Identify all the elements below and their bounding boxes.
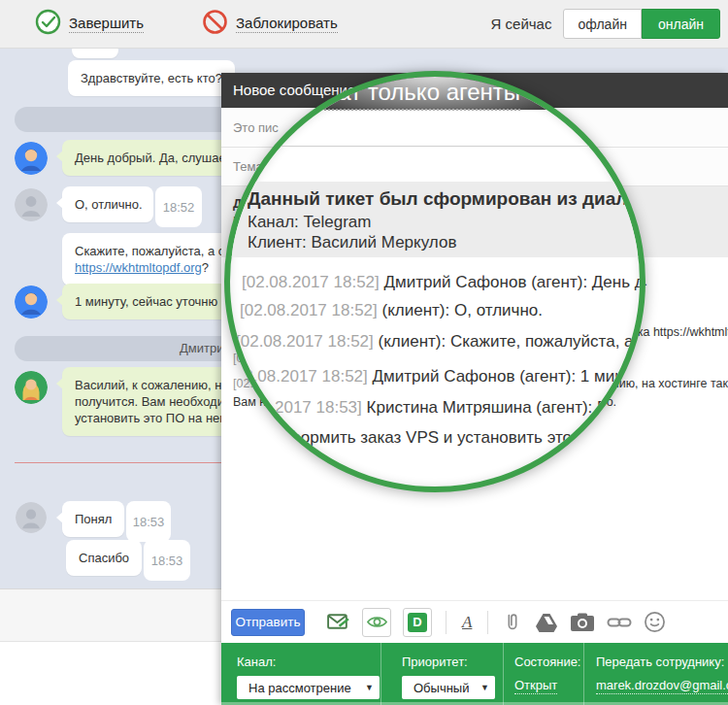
online-status-toggle: офлайн онлайн bbox=[563, 9, 720, 39]
lens-ticket-info-box: Данный тикет был сформирован из диалога … bbox=[224, 182, 645, 257]
message-text: ? bbox=[202, 260, 209, 275]
magnifier-overlay: олучат только агенты Данный тикет был сф… bbox=[224, 71, 645, 492]
assign-employee-link[interactable]: marek.drozdov@gmail.com bbox=[596, 678, 728, 694]
online-button[interactable]: онлайн bbox=[642, 9, 720, 39]
chat-message-agent: 1 минуту, сейчас уточню bbox=[62, 284, 235, 319]
unread-separator-line bbox=[15, 462, 222, 463]
chat-divider bbox=[15, 107, 238, 132]
google-drive-button[interactable] bbox=[535, 612, 558, 633]
message-text: Василий, к сожалению, не bbox=[75, 378, 229, 392]
state-link[interactable]: Открыт bbox=[514, 678, 557, 694]
finish-label: Завершить bbox=[69, 15, 144, 33]
lens-log-line: [02.08.2017 18:52] Дмитрий Сафонов (аген… bbox=[230, 367, 645, 386]
message-text: О, отлично. bbox=[75, 197, 143, 212]
block-user-button[interactable]: Заблокировать bbox=[202, 9, 338, 39]
agent2-avatar-icon bbox=[15, 371, 48, 404]
dump-icon: D bbox=[408, 613, 427, 632]
block-icon bbox=[202, 9, 228, 39]
client-avatar-icon bbox=[16, 502, 47, 533]
top-toolbar: Завершить Заблокировать Я сейчас офлайн … bbox=[0, 0, 728, 49]
chevron-down-icon: ▼ bbox=[480, 683, 489, 692]
dump-toggle[interactable]: D bbox=[403, 608, 432, 637]
send-button[interactable]: Отправить bbox=[231, 609, 305, 636]
chat-message-client: Спасибо bbox=[66, 540, 142, 576]
chat-message-client: Понял bbox=[62, 501, 124, 537]
assign-label: Передать сотруднику: bbox=[596, 655, 724, 669]
channel-select[interactable]: На рассмотрение ▼ bbox=[237, 676, 380, 699]
attach-file-button[interactable] bbox=[502, 612, 523, 633]
status-label: Я сейчас bbox=[491, 16, 552, 32]
footer-separator bbox=[583, 643, 584, 705]
offline-button[interactable]: офлайн bbox=[563, 9, 642, 39]
lens-log-line: [02.08.2017 18:53] Кристина Митряшина (а… bbox=[224, 398, 645, 418]
lens-row-border bbox=[224, 146, 645, 147]
emoji-button[interactable] bbox=[644, 611, 666, 633]
footer-separator bbox=[381, 643, 381, 705]
message-time: 18:53 bbox=[144, 540, 190, 581]
message-text: Спасибо bbox=[79, 551, 129, 565]
agent-avatar-icon bbox=[15, 285, 48, 319]
message-text: 1 минуту, сейчас уточню bbox=[75, 294, 217, 309]
ticket-properties-bar: Канал: На рассмотрение ▼ Приоритет: Обыч… bbox=[221, 643, 728, 705]
agent-avatar-icon bbox=[15, 142, 48, 175]
preview-eye-toggle[interactable] bbox=[362, 608, 391, 637]
font-format-button[interactable]: A bbox=[462, 613, 472, 632]
app-screen: Здравствуйте, есть кто? День добрый. Да,… bbox=[0, 0, 728, 705]
block-label: Заблокировать bbox=[236, 15, 338, 33]
mail-notify-icon[interactable] bbox=[326, 610, 350, 634]
message-text: Скажите, пожалуйста, а с bbox=[75, 244, 224, 258]
chat-message-client: Скажите, пожалуйста, а с https://wkhtmlt… bbox=[62, 233, 237, 285]
lens-log-line: [02.08.2017 18:52] (клиент): О, отлично. bbox=[240, 301, 543, 320]
priority-select[interactable]: Обычный ▼ bbox=[402, 676, 495, 699]
editor-toolbar: Отправить D A bbox=[221, 600, 728, 643]
chat-message-client: О, отлично. bbox=[62, 186, 153, 222]
lens-log-line: [02.08.2017 18:52] (клиент): Скажите, по… bbox=[236, 332, 645, 352]
chevron-down-icon: ▼ bbox=[365, 683, 374, 692]
message-link[interactable]: https://wkhtmltopdf.org bbox=[75, 260, 202, 275]
insert-link-button[interactable] bbox=[607, 613, 632, 632]
chat-divider: Дмитрий bbox=[15, 336, 238, 361]
message-text: Понял bbox=[75, 512, 112, 526]
chat-message-client: Здравствуйте, есть кто? bbox=[68, 60, 235, 96]
message-text: установить это ПО на него. bbox=[75, 411, 235, 425]
message-text: получится. Вам необходимо bbox=[75, 394, 240, 409]
message-text: Здравствуйте, есть кто? bbox=[81, 71, 222, 85]
state-label: Состояние: bbox=[514, 655, 580, 669]
toolbar-divider bbox=[487, 611, 488, 634]
toolbar-divider bbox=[446, 611, 447, 634]
message-text: День добрый. Да, слушаем. bbox=[75, 151, 238, 165]
message-time: 18:52 bbox=[155, 186, 202, 227]
check-circle-icon bbox=[35, 9, 61, 39]
channel-label: Канал: bbox=[237, 655, 276, 669]
lens-log-line: [02.08.2017 18:52] Дмитрий Сафонов (аген… bbox=[242, 273, 645, 292]
finish-dialog-button[interactable]: Завершить bbox=[35, 9, 144, 39]
footer-separator bbox=[503, 643, 504, 705]
screenshot-camera-button[interactable] bbox=[570, 612, 595, 633]
client-avatar-icon bbox=[15, 188, 48, 221]
priority-label: Приоритет: bbox=[402, 655, 468, 669]
message-time: 18:53 bbox=[126, 501, 171, 542]
